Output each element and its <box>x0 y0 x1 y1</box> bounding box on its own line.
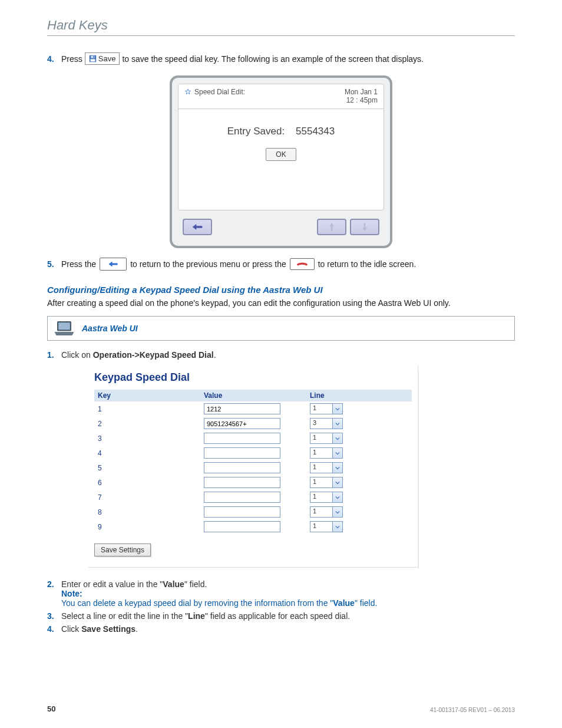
line-select-value: 1 <box>310 448 332 458</box>
down-softkey[interactable] <box>350 219 379 235</box>
value-input[interactable] <box>204 492 280 503</box>
table-row: 61 <box>94 475 412 490</box>
line-select[interactable]: 1 <box>310 447 343 459</box>
value-input[interactable] <box>204 521 280 532</box>
line-select[interactable]: 1 <box>310 492 343 503</box>
line-select-value: 1 <box>310 463 332 473</box>
header-value: Value <box>204 391 310 400</box>
phone-inner: Speed Dial Edit: Mon Jan 1 12 : 45pm Ent… <box>178 84 384 210</box>
line-select-value: 1 <box>310 507 332 517</box>
note-text: You can delete a keypad speed dial by re… <box>61 598 515 608</box>
page-title: Hard Keys <box>47 18 515 36</box>
chevron-down-icon[interactable] <box>332 404 342 414</box>
star-icon <box>184 88 191 95</box>
key-cell: 6 <box>98 479 204 487</box>
arrow-left-icon <box>107 261 119 268</box>
step-text: to return to the previous menu or press … <box>130 259 286 269</box>
laptop-icon <box>54 320 75 337</box>
key-cell: 2 <box>98 420 204 428</box>
chevron-down-icon[interactable] <box>332 433 342 443</box>
arrow-up-icon <box>328 222 336 232</box>
table-row: 71 <box>94 490 412 505</box>
value-input[interactable] <box>204 477 280 488</box>
ok-button[interactable]: OK <box>266 148 296 161</box>
up-softkey[interactable] <box>317 219 346 235</box>
footer: 50 41-001317-05 REV01 – 06.2013 <box>47 704 515 713</box>
phone-screen: Speed Dial Edit: Mon Jan 1 12 : 45pm Ent… <box>170 75 392 248</box>
svg-rect-1 <box>90 59 95 61</box>
chevron-down-icon[interactable] <box>332 477 342 487</box>
chevron-down-icon[interactable] <box>332 448 342 458</box>
step-text: to return to the idle screen. <box>318 259 416 269</box>
step-text: Click on <box>61 350 93 360</box>
step-number: 3. <box>47 611 58 621</box>
line-select[interactable]: 1 <box>310 462 343 473</box>
back-key-graphic <box>100 258 127 271</box>
hangup-icon <box>296 261 309 267</box>
table-row: 31 <box>94 431 412 446</box>
line-select-value: 1 <box>310 492 332 502</box>
step-text: Press <box>61 54 82 64</box>
value-input[interactable] <box>204 447 280 459</box>
note-label: Note: <box>61 589 515 598</box>
step-number: 1. <box>47 350 58 360</box>
step-text: " field. <box>184 579 207 589</box>
step-number: 4. <box>47 54 58 64</box>
webui-label: Aastra Web UI <box>82 324 138 333</box>
step-text: Select a line or edit the line in the " <box>61 611 188 621</box>
value-input[interactable] <box>204 403 280 414</box>
step-text: Press the <box>61 259 96 269</box>
key-cell: 7 <box>98 493 204 502</box>
table-row: 81 <box>94 505 412 519</box>
line-select[interactable]: 1 <box>310 403 343 414</box>
value-input[interactable] <box>204 462 280 473</box>
web-step-2: 2. Enter or edit a value in the "Value" … <box>47 579 515 608</box>
key-cell: 9 <box>98 523 204 531</box>
step-text: . <box>214 350 216 360</box>
entry-saved-value: 5554343 <box>296 126 335 137</box>
chevron-down-icon[interactable] <box>332 463 342 473</box>
line-select-value: 1 <box>310 404 332 414</box>
line-select[interactable]: 1 <box>310 433 343 444</box>
section-body: After creating a speed dial on the phone… <box>47 298 515 308</box>
panel-title: Keypad Speed Dial <box>94 371 412 384</box>
key-cell: 8 <box>98 508 204 516</box>
table-row: 41 <box>94 446 412 460</box>
step-text: Enter or edit a value in the " <box>61 579 163 589</box>
back-softkey[interactable] <box>183 219 212 235</box>
hangup-key-graphic <box>290 258 315 270</box>
step-4: 4. Press Save to save the speed dial key… <box>47 52 515 65</box>
value-input[interactable] <box>204 433 280 444</box>
header-line: Line <box>310 391 381 400</box>
save-button[interactable]: Save <box>85 52 120 65</box>
step-text: " field as applicable for each speed dia… <box>205 611 350 621</box>
section-heading: Configuring/Editing a Keypad Speed Dial … <box>47 285 515 295</box>
key-cell: 1 <box>98 405 204 413</box>
step-number: 2. <box>47 579 58 608</box>
chevron-down-icon[interactable] <box>332 522 342 532</box>
save-settings-button[interactable]: Save Settings <box>94 543 151 556</box>
value-input[interactable] <box>204 506 280 518</box>
phone-time: 12 : 45pm <box>345 96 378 104</box>
line-select-value: 1 <box>310 477 332 487</box>
button-name: Save Settings <box>81 624 135 634</box>
phone-header-title: Speed Dial Edit: <box>194 88 245 96</box>
step-number: 5. <box>47 259 58 269</box>
line-select[interactable]: 1 <box>310 506 343 518</box>
value-input[interactable] <box>204 418 280 429</box>
entry-saved-label: Entry Saved: <box>227 126 285 137</box>
header-key: Key <box>98 391 204 400</box>
table-row: 51 <box>94 460 412 475</box>
table-row: 11 <box>94 401 412 416</box>
line-select[interactable]: 1 <box>310 521 343 532</box>
line-select[interactable]: 1 <box>310 477 343 488</box>
step-text: to save the speed dial key. The followin… <box>122 54 424 64</box>
chevron-down-icon[interactable] <box>332 492 342 502</box>
web-step-1: 1. Click on Operation->Keypad Speed Dial… <box>47 350 515 360</box>
line-select-value: 3 <box>310 419 332 429</box>
key-cell: 4 <box>98 449 204 457</box>
chevron-down-icon[interactable] <box>332 507 342 517</box>
line-select[interactable]: 3 <box>310 418 343 429</box>
table-row: 91 <box>94 519 412 534</box>
chevron-down-icon[interactable] <box>332 419 342 429</box>
